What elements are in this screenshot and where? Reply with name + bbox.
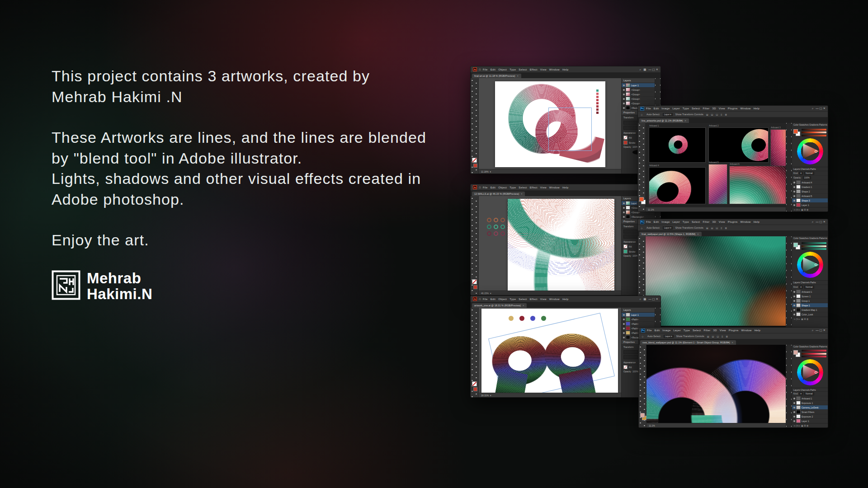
toolbar[interactable] xyxy=(471,78,479,174)
zoom-level[interactable]: 11.18% xyxy=(481,170,489,173)
canvas[interactable]: 46.15%▾ xyxy=(479,196,621,295)
color-panel-tabs[interactable]: Color Swatches Gradients Patterns xyxy=(792,123,828,127)
layers-panel-tabs[interactable]: Layers Channels Paths xyxy=(792,281,828,285)
color-wheel[interactable] xyxy=(797,138,823,164)
layer-row[interactable]: Artboard 5 xyxy=(792,194,828,198)
home-icon[interactable]: ⌂ xyxy=(479,297,481,301)
close-tab-icon[interactable]: × xyxy=(684,119,686,122)
document-tab[interactable]: line_artworks.psd @ 11.1% (RGB/8#)× xyxy=(639,118,689,123)
stroke-swatch[interactable] xyxy=(473,164,477,168)
menu-items[interactable]: File Edit Image Layer Type Select Filter… xyxy=(646,221,810,223)
foreground-color[interactable] xyxy=(793,243,798,247)
panel-dock-icons[interactable] xyxy=(786,236,792,337)
layer-row[interactable]: Exposure 1 xyxy=(792,401,828,405)
search-icon[interactable]: ⌕ xyxy=(640,297,642,301)
window-controls[interactable]: — ▢ ✕ xyxy=(816,220,826,224)
autoselect-dropdown[interactable]: Layer ▾ xyxy=(663,226,673,230)
close-tab-icon[interactable]: × xyxy=(732,341,733,344)
layer-opacity-row[interactable]: Opacity:100% xyxy=(792,176,828,180)
layers-panel-buttons[interactable]: ∞ ƒx ◐ ▣ ⊞ 🗑 xyxy=(792,207,828,211)
layers-panel-title[interactable]: Layers xyxy=(622,78,655,83)
zoom-level[interactable]: 11.1% xyxy=(649,424,655,427)
layer-row[interactable]: Shape 2 xyxy=(792,189,828,194)
document-tab[interactable]: new_blend_wallpaper.psd @ 11.1% (Element… xyxy=(640,340,736,345)
stroke-swatch[interactable] xyxy=(473,285,477,289)
toolbar[interactable] xyxy=(471,196,479,295)
zoom-level[interactable]: 46.15% xyxy=(481,292,489,295)
home-icon[interactable]: ⌂ xyxy=(479,68,481,71)
zoom-level[interactable]: 11.1% xyxy=(648,208,654,211)
canvas[interactable]: 11.1% xyxy=(646,345,786,427)
fill-none-swatch[interactable] xyxy=(472,279,477,284)
align-icons[interactable]: ⊞ ⊟ ⊡ ≡ ≣ xyxy=(706,113,728,116)
transform-controls-label[interactable]: Show Transform Controls xyxy=(676,335,704,338)
color-wheel[interactable] xyxy=(797,359,823,385)
color-panel-tabs[interactable]: Color Swatches Gradients Patterns xyxy=(792,345,828,348)
canvas[interactable]: 12.5% xyxy=(646,236,786,337)
layer-filter-row[interactable]: Kind▾Normal xyxy=(792,392,828,396)
layer-filter-row[interactable]: Kind▾Normal xyxy=(792,171,828,176)
layer-row[interactable]: Artboard 1 xyxy=(792,396,828,401)
layer-row[interactable]: Shape 1 xyxy=(792,303,828,308)
window-controls[interactable]: — ▢ ✕ xyxy=(648,297,658,301)
toolbar[interactable] xyxy=(639,345,646,427)
layer-row[interactable]: <Path> xyxy=(622,317,655,322)
layers-panel-buttons[interactable]: ∞ ƒx ◐ ▣ ⊞ 🗑 xyxy=(792,317,828,321)
layers-panel-buttons[interactable]: ∞ ƒx ◐ ▣ ⊞ 🗑 xyxy=(792,423,828,427)
transform-controls-label[interactable]: Show Transform Controls xyxy=(675,113,703,116)
canvas[interactable]: 18.31%▾ xyxy=(479,308,621,397)
layers-panel-title[interactable]: Layers xyxy=(622,308,655,313)
menu-items[interactable]: File Edit Object Type Select Effect View… xyxy=(483,186,638,189)
align-icons[interactable]: ⊞ ⊟ ⊡ ≡ ≣ xyxy=(706,226,728,230)
layer-row[interactable]: Layer 1 xyxy=(792,203,828,207)
layer-filter-row[interactable]: Kind▾Normal xyxy=(792,285,828,290)
autoselect-dropdown[interactable]: Layer ▾ xyxy=(663,113,673,116)
document-tab[interactable]: final_wallpaper.psd @ 12.5% (Shape 1, RG… xyxy=(639,232,702,236)
layer-row[interactable]: Camera_LeDesk xyxy=(792,405,828,410)
color-panel-tabs[interactable]: Color Swatches Gradients Patterns xyxy=(792,236,828,241)
layer-row[interactable]: Artboard 1 xyxy=(792,290,828,294)
layer-row[interactable]: Color_Look xyxy=(792,312,828,317)
document-tab[interactable]: 12-WALLS.ai @ 46.15 % (RGB/Preview)× xyxy=(472,192,525,196)
layer-row[interactable]: Shape 3 xyxy=(792,198,828,203)
window-controls[interactable]: — ▢ ✕ xyxy=(648,68,658,71)
autoselect-dropdown[interactable]: Layer ▾ xyxy=(664,335,674,338)
fill-none-swatch[interactable] xyxy=(472,381,477,386)
layers-panel-tabs[interactable]: Layers Channels Paths xyxy=(792,388,828,392)
workspace-icon[interactable]: ▦ xyxy=(643,68,646,71)
layer-row[interactable]: Smart Filters xyxy=(792,410,828,414)
window-controls[interactable]: — ▢ ✕ xyxy=(816,107,826,110)
layer-row[interactable]: Layer 1 xyxy=(622,83,655,88)
panel-dock-icons[interactable] xyxy=(786,345,792,427)
layer-row[interactable]: <Group> xyxy=(622,88,655,92)
canvas[interactable]: Artboard 1 Artboard 2 Artboard 3 Artboar… xyxy=(646,123,786,211)
document-tab[interactable]: artwork_one.ai @ 18.31 % (RGB/Preview)× xyxy=(472,303,527,308)
search-icon[interactable]: ⌕ xyxy=(812,220,814,224)
color-sliders[interactable] xyxy=(802,350,826,357)
window-controls[interactable]: — ▢ ✕ xyxy=(816,328,826,332)
menu-items[interactable]: File Edit Image Layer Type Select Filter… xyxy=(646,107,810,110)
panel-dock-icons[interactable] xyxy=(786,123,792,211)
canvas[interactable]: 11.18%▾ xyxy=(479,78,621,174)
search-icon[interactable]: ⌕ xyxy=(640,68,642,71)
menu-items[interactable]: File Edit Image Layer Type Select Filter… xyxy=(647,329,810,332)
menu-items[interactable]: File Edit Object Type Select Effect View… xyxy=(483,298,638,300)
layer-row[interactable]: <Group> xyxy=(622,97,655,101)
color-sliders[interactable] xyxy=(802,129,826,136)
layer-row[interactable]: Exposure 2 xyxy=(792,414,828,419)
home-icon[interactable]: ⌂ xyxy=(479,186,481,189)
close-tab-icon[interactable]: × xyxy=(697,233,698,235)
toolbar[interactable] xyxy=(638,123,646,211)
layer-row[interactable]: Layer 1 xyxy=(622,313,655,317)
color-sliders[interactable] xyxy=(802,242,826,250)
foreground-color[interactable] xyxy=(793,129,798,134)
zoom-level[interactable]: 18.31% xyxy=(481,394,489,397)
fill-none-swatch[interactable] xyxy=(472,158,477,163)
search-icon[interactable]: ⌕ xyxy=(812,107,814,110)
layer-row[interactable]: <Group> xyxy=(622,92,655,97)
menu-items[interactable]: File Edit Object Type Select Effect View… xyxy=(483,68,638,71)
layer-row[interactable]: Layer 1 xyxy=(792,419,828,423)
layer-row[interactable]: Gradient 1 xyxy=(792,185,828,189)
layer-row[interactable]: Screen 1 xyxy=(792,294,828,299)
foreground-color[interactable] xyxy=(793,350,798,355)
